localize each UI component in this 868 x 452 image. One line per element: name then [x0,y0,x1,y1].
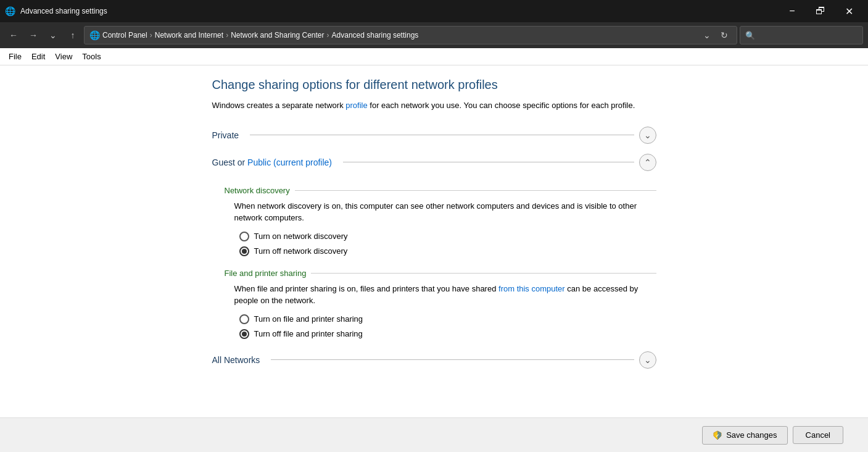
window-title: Advanced sharing settings [20,7,107,15]
main-content: Change sharing options for different net… [0,65,868,452]
dropdown-button[interactable]: ⌄ [44,27,62,44]
profile-all-networks-header[interactable]: All Networks ⌄ [212,349,656,371]
menu-tools[interactable]: Tools [78,51,104,62]
menu-view[interactable]: View [51,51,76,62]
profile-guest-public: Guest or Public (current profile) ⌃ Netw… [212,151,656,344]
minimize-button[interactable]: − [778,0,806,22]
shield-icon: ✓ [713,430,722,440]
radio-fps-off[interactable]: Turn off file and printer sharing [239,329,656,339]
profile-all-networks-label: All Networks [212,355,260,365]
profile-public-link: Public (current profile) [247,157,332,167]
menu-file[interactable]: File [5,51,25,62]
back-button[interactable]: ← [5,27,22,44]
radio-fps-off-input[interactable] [239,329,249,339]
profile-private: Private ⌄ [212,124,656,146]
radio-fps-on-label: Turn on file and printer sharing [254,314,363,324]
breadcrumb-sharing-center[interactable]: Network and Sharing Center [231,31,324,40]
file-printer-desc: When file and printer sharing is on, fil… [234,283,656,307]
profile-all-networks: All Networks ⌄ [212,349,656,371]
title-bar: 🌐 Advanced sharing settings − 🗗 ✕ [0,0,868,22]
breadcrumb: Control Panel › Network and Internet › N… [102,31,697,40]
cancel-button[interactable]: Cancel [793,426,843,444]
profile-private-toggle[interactable]: ⌄ [639,127,656,144]
refresh-button[interactable]: ↻ [717,28,732,43]
footer: ✓ Save changes Cancel [0,417,868,452]
radio-nd-on-label: Turn on network discovery [254,232,348,241]
breadcrumb-network-internet[interactable]: Network and Internet [155,31,223,40]
radio-nd-off-label: Turn off network discovery [254,246,348,256]
forward-button[interactable]: → [25,27,42,44]
divider [250,135,634,135]
svg-text:✓: ✓ [716,433,719,438]
close-button[interactable]: ✕ [835,0,863,22]
search-bar[interactable]: 🔍 [740,26,863,44]
radio-nd-off[interactable]: Turn off network discovery [239,246,656,256]
address-icon: 🌐 [89,30,100,40]
divider [271,359,634,360]
profile-all-networks-toggle[interactable]: ⌄ [639,351,656,369]
divider [343,162,634,162]
up-button[interactable]: ↑ [64,27,81,44]
profile-guest-public-label: Guest or Public (current profile) [212,157,333,167]
profile-private-label: Private [212,130,239,140]
menu-edit[interactable]: Edit [28,51,49,62]
radio-nd-on[interactable]: Turn on network discovery [239,232,656,241]
breadcrumb-control-panel[interactable]: Control Panel [102,31,147,40]
profile-guest-public-header[interactable]: Guest or Public (current profile) ⌃ [212,151,656,174]
breadcrumb-advanced-sharing: Advanced sharing settings [332,31,419,40]
page-description: Windows creates a separate network profi… [212,99,656,112]
profile-private-header[interactable]: Private ⌄ [212,124,656,146]
restore-button[interactable]: 🗗 [806,0,835,22]
app-icon: 🌐 [5,6,15,16]
profile-link[interactable]: profile [345,101,367,110]
subsection-file-printer-title: File and printer sharing [225,269,656,278]
save-changes-button[interactable]: ✓ Save changes [702,426,787,445]
nav-bar: ← → ⌄ ↑ 🌐 Control Panel › Network and In… [0,22,868,48]
address-dropdown-button[interactable]: ⌄ [700,28,714,43]
radio-nd-off-input[interactable] [239,246,249,256]
menu-bar: File Edit View Tools [0,48,868,65]
profile-guest-public-toggle[interactable]: ⌃ [639,154,656,171]
radio-fps-on[interactable]: Turn on file and printer sharing [239,314,656,324]
search-icon: 🔍 [745,31,755,40]
page-title: Change sharing options for different net… [212,78,656,92]
profile-guest-public-content: Network discovery When network discovery… [212,174,656,344]
radio-fps-off-label: Turn off file and printer sharing [254,329,363,338]
network-discovery-desc: When network discovery is on, this compu… [234,200,656,224]
address-bar[interactable]: 🌐 Control Panel › Network and Internet ›… [84,26,737,44]
subsection-network-discovery-title: Network discovery [225,186,656,195]
radio-fps-on-input[interactable] [239,314,249,324]
network-discovery-options: Turn on network discovery Turn off netwo… [239,232,656,256]
file-printer-options: Turn on file and printer sharing Turn of… [239,314,656,339]
radio-nd-on-input[interactable] [239,232,249,241]
